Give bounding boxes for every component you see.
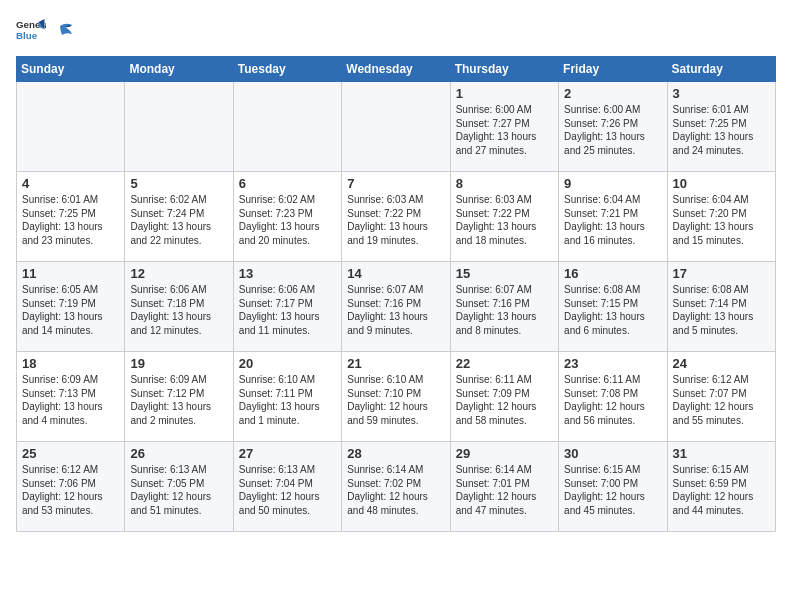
day-number: 7 [347,176,444,191]
calendar-cell [342,82,450,172]
day-number: 3 [673,86,770,101]
day-number: 12 [130,266,227,281]
day-content: Sunrise: 6:08 AM Sunset: 7:14 PM Dayligh… [673,283,770,337]
calendar-cell: 5Sunrise: 6:02 AM Sunset: 7:24 PM Daylig… [125,172,233,262]
calendar-cell: 19Sunrise: 6:09 AM Sunset: 7:12 PM Dayli… [125,352,233,442]
day-number: 21 [347,356,444,371]
calendar-cell: 28Sunrise: 6:14 AM Sunset: 7:02 PM Dayli… [342,442,450,532]
day-content: Sunrise: 6:01 AM Sunset: 7:25 PM Dayligh… [673,103,770,157]
calendar-cell: 8Sunrise: 6:03 AM Sunset: 7:22 PM Daylig… [450,172,558,262]
day-number: 8 [456,176,553,191]
day-number: 22 [456,356,553,371]
calendar-cell [17,82,125,172]
calendar-cell: 11Sunrise: 6:05 AM Sunset: 7:19 PM Dayli… [17,262,125,352]
calendar-cell [233,82,341,172]
day-content: Sunrise: 6:08 AM Sunset: 7:15 PM Dayligh… [564,283,661,337]
day-number: 17 [673,266,770,281]
day-content: Sunrise: 6:03 AM Sunset: 7:22 PM Dayligh… [456,193,553,247]
calendar-cell: 29Sunrise: 6:14 AM Sunset: 7:01 PM Dayli… [450,442,558,532]
calendar-cell: 17Sunrise: 6:08 AM Sunset: 7:14 PM Dayli… [667,262,775,352]
day-content: Sunrise: 6:01 AM Sunset: 7:25 PM Dayligh… [22,193,119,247]
calendar-cell: 20Sunrise: 6:10 AM Sunset: 7:11 PM Dayli… [233,352,341,442]
day-content: Sunrise: 6:00 AM Sunset: 7:27 PM Dayligh… [456,103,553,157]
day-content: Sunrise: 6:13 AM Sunset: 7:04 PM Dayligh… [239,463,336,517]
calendar-cell: 23Sunrise: 6:11 AM Sunset: 7:08 PM Dayli… [559,352,667,442]
day-number: 23 [564,356,661,371]
calendar-cell: 27Sunrise: 6:13 AM Sunset: 7:04 PM Dayli… [233,442,341,532]
day-number: 29 [456,446,553,461]
day-content: Sunrise: 6:02 AM Sunset: 7:23 PM Dayligh… [239,193,336,247]
day-number: 2 [564,86,661,101]
day-number: 11 [22,266,119,281]
day-content: Sunrise: 6:09 AM Sunset: 7:12 PM Dayligh… [130,373,227,427]
logo-icon: General Blue [16,16,46,46]
day-number: 6 [239,176,336,191]
calendar-cell: 7Sunrise: 6:03 AM Sunset: 7:22 PM Daylig… [342,172,450,262]
day-number: 24 [673,356,770,371]
calendar-cell: 22Sunrise: 6:11 AM Sunset: 7:09 PM Dayli… [450,352,558,442]
day-content: Sunrise: 6:09 AM Sunset: 7:13 PM Dayligh… [22,373,119,427]
calendar-cell: 24Sunrise: 6:12 AM Sunset: 7:07 PM Dayli… [667,352,775,442]
day-content: Sunrise: 6:05 AM Sunset: 7:19 PM Dayligh… [22,283,119,337]
calendar-cell: 3Sunrise: 6:01 AM Sunset: 7:25 PM Daylig… [667,82,775,172]
day-content: Sunrise: 6:06 AM Sunset: 7:17 PM Dayligh… [239,283,336,337]
day-content: Sunrise: 6:04 AM Sunset: 7:21 PM Dayligh… [564,193,661,247]
day-content: Sunrise: 6:14 AM Sunset: 7:01 PM Dayligh… [456,463,553,517]
calendar-table: SundayMondayTuesdayWednesdayThursdayFrid… [16,56,776,532]
weekday-header-monday: Monday [125,57,233,82]
weekday-header-saturday: Saturday [667,57,775,82]
logo: General Blue [16,16,76,46]
day-content: Sunrise: 6:12 AM Sunset: 7:07 PM Dayligh… [673,373,770,427]
calendar-cell: 12Sunrise: 6:06 AM Sunset: 7:18 PM Dayli… [125,262,233,352]
day-number: 20 [239,356,336,371]
calendar-cell: 1Sunrise: 6:00 AM Sunset: 7:27 PM Daylig… [450,82,558,172]
calendar-cell: 21Sunrise: 6:10 AM Sunset: 7:10 PM Dayli… [342,352,450,442]
svg-text:Blue: Blue [16,30,38,41]
day-number: 1 [456,86,553,101]
day-number: 5 [130,176,227,191]
day-number: 26 [130,446,227,461]
calendar-cell: 15Sunrise: 6:07 AM Sunset: 7:16 PM Dayli… [450,262,558,352]
calendar-cell: 16Sunrise: 6:08 AM Sunset: 7:15 PM Dayli… [559,262,667,352]
day-content: Sunrise: 6:13 AM Sunset: 7:05 PM Dayligh… [130,463,227,517]
calendar-cell: 2Sunrise: 6:00 AM Sunset: 7:26 PM Daylig… [559,82,667,172]
calendar-cell: 13Sunrise: 6:06 AM Sunset: 7:17 PM Dayli… [233,262,341,352]
day-number: 13 [239,266,336,281]
calendar-cell: 26Sunrise: 6:13 AM Sunset: 7:05 PM Dayli… [125,442,233,532]
calendar-cell [125,82,233,172]
day-content: Sunrise: 6:04 AM Sunset: 7:20 PM Dayligh… [673,193,770,247]
day-content: Sunrise: 6:14 AM Sunset: 7:02 PM Dayligh… [347,463,444,517]
calendar-cell: 14Sunrise: 6:07 AM Sunset: 7:16 PM Dayli… [342,262,450,352]
day-content: Sunrise: 6:00 AM Sunset: 7:26 PM Dayligh… [564,103,661,157]
calendar-cell: 25Sunrise: 6:12 AM Sunset: 7:06 PM Dayli… [17,442,125,532]
calendar-cell: 30Sunrise: 6:15 AM Sunset: 7:00 PM Dayli… [559,442,667,532]
day-content: Sunrise: 6:11 AM Sunset: 7:08 PM Dayligh… [564,373,661,427]
calendar-cell: 4Sunrise: 6:01 AM Sunset: 7:25 PM Daylig… [17,172,125,262]
weekday-header-friday: Friday [559,57,667,82]
day-content: Sunrise: 6:06 AM Sunset: 7:18 PM Dayligh… [130,283,227,337]
day-content: Sunrise: 6:15 AM Sunset: 6:59 PM Dayligh… [673,463,770,517]
day-number: 4 [22,176,119,191]
day-number: 28 [347,446,444,461]
day-content: Sunrise: 6:10 AM Sunset: 7:11 PM Dayligh… [239,373,336,427]
day-number: 9 [564,176,661,191]
weekday-header-wednesday: Wednesday [342,57,450,82]
day-number: 10 [673,176,770,191]
day-number: 30 [564,446,661,461]
day-content: Sunrise: 6:10 AM Sunset: 7:10 PM Dayligh… [347,373,444,427]
day-number: 14 [347,266,444,281]
day-content: Sunrise: 6:12 AM Sunset: 7:06 PM Dayligh… [22,463,119,517]
day-number: 18 [22,356,119,371]
page-header: General Blue [16,16,776,46]
day-number: 16 [564,266,661,281]
day-number: 25 [22,446,119,461]
day-content: Sunrise: 6:11 AM Sunset: 7:09 PM Dayligh… [456,373,553,427]
day-content: Sunrise: 6:07 AM Sunset: 7:16 PM Dayligh… [456,283,553,337]
day-number: 15 [456,266,553,281]
calendar-cell: 9Sunrise: 6:04 AM Sunset: 7:21 PM Daylig… [559,172,667,262]
day-content: Sunrise: 6:15 AM Sunset: 7:00 PM Dayligh… [564,463,661,517]
calendar-cell: 31Sunrise: 6:15 AM Sunset: 6:59 PM Dayli… [667,442,775,532]
calendar-cell: 18Sunrise: 6:09 AM Sunset: 7:13 PM Dayli… [17,352,125,442]
weekday-header-sunday: Sunday [17,57,125,82]
day-content: Sunrise: 6:02 AM Sunset: 7:24 PM Dayligh… [130,193,227,247]
